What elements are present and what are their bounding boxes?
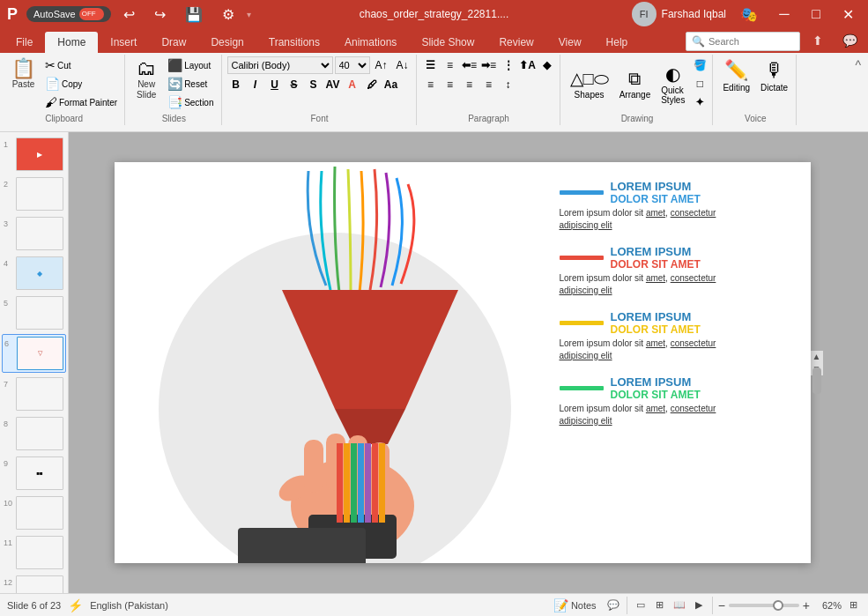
collapse-ribbon-button[interactable]: ^ bbox=[855, 58, 861, 72]
content-title1-2: LOREM IPSUM bbox=[611, 245, 701, 258]
align-left-button[interactable]: ≡ bbox=[422, 76, 440, 93]
slide-thumb-2[interactable]: 2 bbox=[2, 175, 66, 212]
tab-home[interactable]: Home bbox=[45, 32, 98, 53]
maximize-button[interactable]: □ bbox=[804, 3, 828, 26]
format-painter-button[interactable]: 🖌Format Painter bbox=[41, 93, 121, 111]
accessibility-icon[interactable]: ⚡ bbox=[68, 598, 83, 612]
align-right-button[interactable]: ≡ bbox=[461, 76, 479, 93]
font-size-select[interactable]: 40 bbox=[335, 56, 370, 74]
clear-format-button[interactable]: Aa bbox=[382, 76, 400, 93]
tab-transitions[interactable]: Transitions bbox=[256, 32, 332, 53]
slide-thumb-1[interactable]: 1 ▶ bbox=[2, 136, 66, 173]
strikethrough-button[interactable]: S bbox=[286, 76, 303, 93]
zoom-out-button[interactable]: − bbox=[718, 598, 725, 612]
shape-outline-button[interactable]: □ bbox=[691, 75, 708, 93]
font-family-select[interactable]: Calibri (Body) bbox=[227, 56, 333, 74]
decrease-indent-button[interactable]: ⬅≡ bbox=[461, 56, 479, 74]
tab-insert[interactable]: Insert bbox=[98, 32, 149, 53]
slide-canvas[interactable]: LOREM IPSUM DOLOR SIT AMET Lorem ipsum d… bbox=[115, 162, 811, 563]
justify-button[interactable]: ≡ bbox=[480, 76, 498, 93]
slide-thumb-9[interactable]: 9 ■■ bbox=[2, 455, 66, 492]
reading-view-button[interactable]: 📖 bbox=[671, 597, 687, 613]
copy-button[interactable]: 📄Copy bbox=[41, 75, 121, 93]
scroll-up-button[interactable]: ▲ bbox=[811, 351, 823, 363]
scroll-thumb[interactable] bbox=[812, 367, 821, 394]
align-center-button[interactable]: ≡ bbox=[441, 76, 459, 93]
new-slide-button[interactable]: 🗂 NewSlide bbox=[130, 56, 162, 103]
comments-button[interactable]: 💬 bbox=[605, 597, 621, 613]
minimize-button[interactable]: ─ bbox=[772, 3, 797, 26]
layout-button[interactable]: ⬛Layout bbox=[164, 56, 217, 74]
text-direction-button[interactable]: ⬆A bbox=[519, 56, 537, 74]
tab-animations[interactable]: Animations bbox=[332, 32, 409, 53]
line-spacing-button[interactable]: ↕ bbox=[500, 76, 517, 93]
slide-sorter-button[interactable]: ⊞ bbox=[652, 597, 668, 613]
columns-button[interactable]: ⋮ bbox=[500, 56, 517, 74]
quick-styles-button[interactable]: ◐ QuickStyles bbox=[657, 61, 689, 108]
search-box[interactable]: 🔍 bbox=[686, 32, 800, 51]
arrange-button[interactable]: ⧉ Arrange bbox=[615, 66, 656, 102]
shapes-button[interactable]: △□⬭ Shapes bbox=[566, 65, 613, 102]
increase-indent-button[interactable]: ➡≡ bbox=[480, 56, 498, 74]
tab-slideshow[interactable]: Slide Show bbox=[409, 32, 486, 53]
slide-thumb-6[interactable]: 6 ▽ bbox=[2, 334, 66, 373]
numbering-button[interactable]: ≡ bbox=[441, 56, 459, 74]
slide-thumb-5[interactable]: 5 bbox=[2, 294, 66, 331]
reset-button[interactable]: 🔄Reset bbox=[164, 75, 217, 93]
dictate-button[interactable]: 🎙 Dictate bbox=[756, 56, 792, 95]
cut-button[interactable]: ✂Cut bbox=[41, 56, 121, 74]
content-title2-1: DOLOR SIT AMET bbox=[611, 193, 701, 205]
bullets-button[interactable]: ☰ bbox=[422, 56, 440, 74]
highlight-button[interactable]: 🖊 bbox=[363, 76, 381, 93]
bold-button[interactable]: B bbox=[227, 76, 245, 93]
shadow-button[interactable]: S bbox=[305, 76, 323, 93]
italic-button[interactable]: I bbox=[247, 76, 264, 93]
increase-font-button[interactable]: A↑ bbox=[372, 57, 391, 73]
tab-draw[interactable]: Draw bbox=[149, 32, 198, 53]
content-line-4 bbox=[560, 386, 604, 390]
undo-button[interactable]: ↩ bbox=[116, 3, 142, 26]
slideshow-view-button[interactable]: ▶ bbox=[691, 597, 707, 613]
slide-thumb-3[interactable]: 3 bbox=[2, 215, 66, 252]
autosave-toggle[interactable] bbox=[79, 8, 104, 20]
smart-art-button[interactable]: ◆ bbox=[538, 56, 556, 74]
section-button[interactable]: 📑Section bbox=[164, 93, 217, 111]
shape-fill-button[interactable]: 🪣 bbox=[691, 56, 708, 74]
paste-button[interactable]: 📋 Paste bbox=[7, 56, 40, 93]
vertical-scrollbar[interactable]: ▲ ▼ bbox=[811, 351, 823, 375]
editing-button[interactable]: ✏️ Editing bbox=[718, 56, 754, 95]
notes-button[interactable]: 📝 Notes bbox=[548, 597, 602, 614]
more-tools-button[interactable]: ⚙ bbox=[215, 3, 241, 26]
ribbon-display-button[interactable]: 🎭 bbox=[733, 3, 765, 26]
slide-thumb-11[interactable]: 11 bbox=[2, 534, 66, 571]
zoom-in-button[interactable]: + bbox=[803, 598, 810, 612]
search-input[interactable] bbox=[708, 36, 794, 47]
font-group: Calibri (Body) 40 A↑ A↓ B I U S S AV A 🖊… bbox=[224, 55, 417, 125]
share-button[interactable]: ⬆ bbox=[805, 30, 830, 51]
slide-thumb-4[interactable]: 4 ◆ bbox=[2, 255, 66, 292]
slide-thumb-10[interactable]: 10 bbox=[2, 494, 66, 531]
comment-button[interactable]: 💬 bbox=[835, 30, 864, 51]
underline-button[interactable]: U bbox=[266, 76, 284, 93]
fit-to-window-button[interactable]: ⊞ bbox=[845, 597, 861, 613]
main-area: 1 ▶ 2 3 4 ◆ bbox=[0, 132, 868, 593]
tab-review[interactable]: Review bbox=[486, 32, 545, 53]
zoom-slider[interactable] bbox=[729, 604, 799, 607]
slides-panel[interactable]: 1 ▶ 2 3 4 ◆ bbox=[0, 132, 69, 593]
normal-view-button[interactable]: ▭ bbox=[633, 597, 649, 613]
tab-help[interactable]: Help bbox=[594, 32, 641, 53]
char-spacing-button[interactable]: AV bbox=[324, 76, 342, 93]
autosave-badge[interactable]: AutoSave bbox=[26, 6, 111, 22]
tab-view[interactable]: View bbox=[546, 32, 594, 53]
tab-file[interactable]: File bbox=[4, 32, 45, 53]
save-button[interactable]: 💾 bbox=[178, 3, 210, 26]
decrease-font-button[interactable]: A↓ bbox=[393, 57, 412, 73]
shape-effects-button[interactable]: ✦ bbox=[691, 93, 708, 111]
slide-thumb-12[interactable]: 12 bbox=[2, 574, 66, 593]
close-button[interactable]: ✕ bbox=[835, 3, 861, 26]
tab-design[interactable]: Design bbox=[198, 32, 256, 53]
redo-button[interactable]: ↪ bbox=[147, 3, 173, 26]
font-color-button[interactable]: A bbox=[344, 76, 361, 93]
slide-thumb-7[interactable]: 7 bbox=[2, 375, 66, 412]
slide-thumb-8[interactable]: 8 bbox=[2, 415, 66, 452]
